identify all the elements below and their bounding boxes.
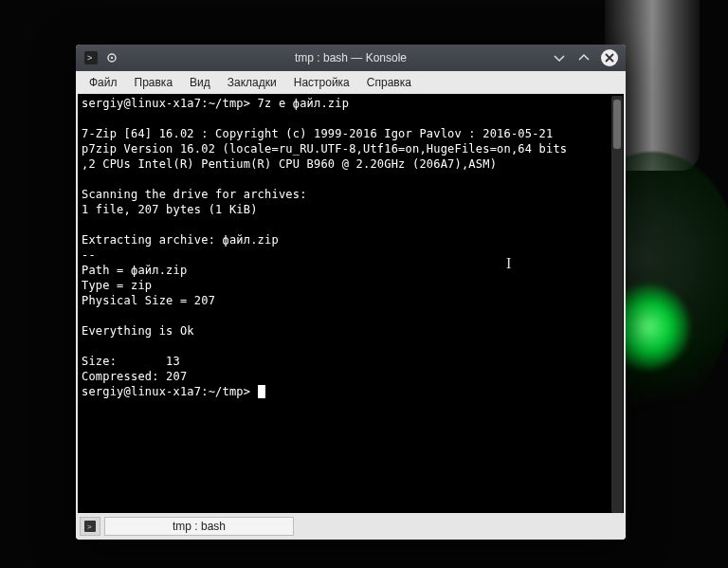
svg-point-3 <box>111 57 113 59</box>
pin-icon[interactable] <box>104 50 119 65</box>
tabbar: > tmp : bash <box>76 515 626 540</box>
svg-text:>: > <box>87 53 92 63</box>
terminal-app-icon: > <box>83 50 99 65</box>
menubar: Файл Правка Вид Закладки Настройка Справ… <box>76 71 626 94</box>
tab-label: tmp : bash <box>173 520 226 533</box>
menu-settings[interactable]: Настройка <box>286 74 357 91</box>
menu-bookmarks[interactable]: Закладки <box>220 74 284 91</box>
menu-file[interactable]: Файл <box>82 74 125 91</box>
tab-1[interactable]: tmp : bash <box>104 517 294 536</box>
konsole-window: > tmp : bash — Konsole Файл Правка Вид З… <box>76 45 626 540</box>
new-tab-button[interactable]: > <box>80 517 100 536</box>
close-button[interactable] <box>601 49 618 66</box>
titlebar[interactable]: > tmp : bash — Konsole <box>76 45 626 71</box>
menu-edit[interactable]: Правка <box>127 74 181 91</box>
menu-help[interactable]: Справка <box>359 74 419 91</box>
terminal[interactable]: sergiy@linux-x1a7:~/tmp> 7z e файл.zip 7… <box>78 94 624 513</box>
menu-view[interactable]: Вид <box>182 74 218 91</box>
window-title: tmp : bash — Konsole <box>76 51 626 64</box>
maximize-button[interactable] <box>576 50 592 65</box>
text-cursor-icon: I <box>506 255 511 272</box>
terminal-scrollbar[interactable] <box>611 96 623 513</box>
terminal-area: sergiy@linux-x1a7:~/tmp> 7z e файл.zip 7… <box>76 94 626 515</box>
minimize-button[interactable] <box>552 50 567 65</box>
prompt-cursor <box>258 385 265 398</box>
scrollbar-thumb[interactable] <box>613 100 621 149</box>
svg-text:>: > <box>87 522 92 531</box>
